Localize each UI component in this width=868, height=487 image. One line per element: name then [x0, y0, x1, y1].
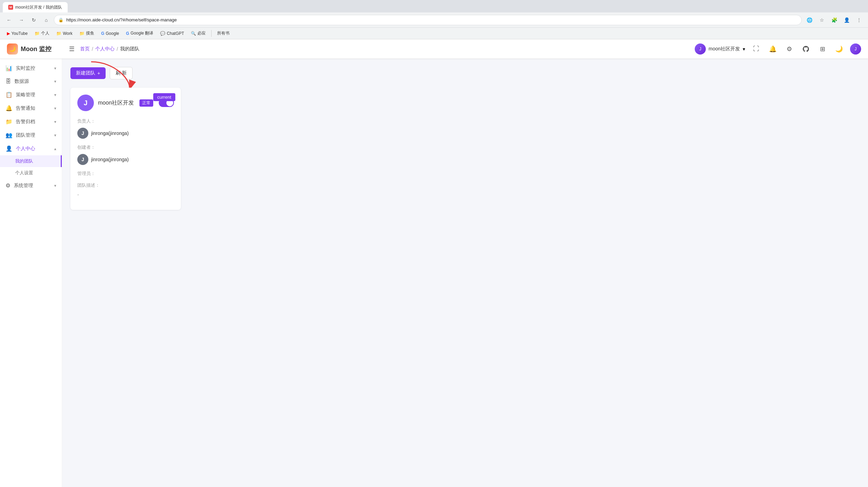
fullscreen-button[interactable]: ⛶: [751, 43, 762, 55]
logo-icon: 🌙: [7, 43, 18, 55]
forward-button[interactable]: →: [17, 15, 26, 25]
sidebar-sub-item-personal-settings[interactable]: 个人设置: [0, 167, 62, 179]
arrow-icon: ▾: [54, 92, 56, 97]
google-translate-icon: G: [126, 31, 129, 36]
all-bookmarks[interactable]: 所有书: [214, 29, 232, 38]
bell-icon: 🔔: [6, 105, 12, 111]
user-name: moon社区开发: [709, 46, 740, 52]
back-button[interactable]: ←: [4, 15, 14, 25]
creator-member: J jinronga(jinronga): [77, 154, 174, 165]
breadcrumb-current: 我的团队: [120, 46, 139, 52]
creator-avatar-placeholder: J: [77, 154, 88, 165]
owner-section: 负责人： J jinronga(jinronga): [77, 118, 174, 139]
system-icon: ⚙: [6, 182, 10, 189]
address-bar[interactable]: 🔒 https://moon.aide-cloud.cn/?#/home/sel…: [54, 15, 802, 25]
bookmark-personal[interactable]: 📁 个人: [32, 29, 52, 38]
arrow-icon: ▾: [54, 133, 56, 138]
sidebar-item-team-mgmt[interactable]: 👥 团队管理 ▾: [0, 128, 62, 142]
sidebar-sub-item-my-team[interactable]: 我的团队: [0, 155, 62, 167]
profile-button[interactable]: 👤: [842, 15, 851, 25]
menu-button[interactable]: ⋮: [854, 15, 864, 25]
header-right: J moon社区开发 ▾ ⛶ 🔔 ⚙ ⊞ 🌙 J: [695, 43, 861, 55]
search-icon: 🔍: [191, 31, 196, 36]
browser-toolbar: ← → ↻ ⌂ 🔒 https://moon.aide-cloud.cn/?#/…: [0, 12, 868, 28]
arrow-icon: ▾: [54, 183, 56, 188]
bookmark-tanyu[interactable]: 📁 摸鱼: [77, 29, 97, 38]
create-team-button[interactable]: 新建团队 +: [70, 67, 106, 79]
app-title: Moon 监控: [21, 45, 51, 53]
team-avatar-placeholder: J: [77, 95, 94, 111]
main-content: 新建团队 + 刷 新: [62, 59, 868, 487]
all-tabs-label: 所有书: [217, 30, 230, 36]
folder-icon-tanyu: 📁: [79, 31, 85, 36]
sidebar-item-strategy[interactable]: 📋 策略管理 ▾: [0, 88, 62, 101]
active-tab[interactable]: M moon社区开发 / 我的团队: [3, 2, 68, 12]
breadcrumb-sep-2: /: [117, 46, 118, 52]
home-button[interactable]: ⌂: [41, 15, 51, 25]
datasource-icon: 🗄: [6, 78, 11, 85]
sidebar-item-alert-notify[interactable]: 🔔 告警通知 ▾: [0, 101, 62, 115]
current-badge: current: [153, 93, 175, 101]
sidebar-sub-label-personal-settings: 个人设置: [15, 170, 33, 176]
theme-button[interactable]: 🌙: [833, 43, 845, 55]
user-info[interactable]: J moon社区开发 ▾: [695, 43, 745, 55]
bookmark-google-translate[interactable]: G Google 翻译: [123, 29, 156, 38]
arrow-icon: ▾: [54, 106, 56, 111]
app-header: 🌙 Moon 监控 ☰ 首页 / 个人中心 / 我的团队 J moon社区开发 …: [0, 39, 868, 59]
team-avatar: J: [77, 95, 94, 111]
bookmark-youtube[interactable]: ▶ YouTube: [4, 30, 30, 37]
url-text: https://moon.aide-cloud.cn/?#/home/self/…: [66, 17, 797, 22]
tab-title: moon社区开发 / 我的团队: [15, 4, 62, 10]
bookmark-chatgpt[interactable]: 💬 ChatGPT: [157, 30, 187, 37]
settings-button[interactable]: ⚙: [784, 43, 795, 55]
layers-button[interactable]: ⊞: [817, 43, 828, 55]
chatgpt-icon: 💬: [160, 31, 165, 36]
sidebar-item-personal-center[interactable]: 👤 个人中心 ▴: [0, 142, 62, 155]
refresh-button[interactable]: 刷 新: [110, 67, 133, 79]
sidebar-item-realtime[interactable]: 📊 实时监控 ▾: [0, 61, 62, 75]
team-card: J moon社区开发 正常 current 负责人： J: [70, 88, 181, 210]
bookmark-chatgpt-label: ChatGPT: [167, 31, 184, 36]
create-plus-icon: +: [97, 70, 100, 76]
breadcrumb-sep-1: /: [92, 46, 93, 52]
main-layout: 📊 实时监控 ▾ 🗄 数据源 ▾ 📋 策略管理 ▾ 🔔 告警通知 ▾ 📁: [0, 59, 868, 487]
translate-button[interactable]: 🌐: [804, 15, 814, 25]
team-card-wrapper: J moon社区开发 正常 current 负责人： J: [70, 88, 181, 210]
bookmark-biyao[interactable]: 🔍 必应: [188, 29, 208, 38]
sidebar-item-datasource[interactable]: 🗄 数据源 ▾: [0, 75, 62, 88]
folder-icon: 📁: [35, 31, 40, 36]
notification-button[interactable]: 🔔: [767, 43, 778, 55]
creator-name: jinronga(jinronga): [91, 157, 129, 162]
owner-name: jinronga(jinronga): [91, 130, 129, 136]
sidebar-sub-label-my-team: 我的团队: [15, 158, 33, 164]
breadcrumb-personal[interactable]: 个人中心: [95, 46, 115, 52]
github-button[interactable]: [800, 43, 811, 55]
bookmark-work[interactable]: 📁 Work: [53, 30, 75, 37]
desc-section: 团队描述： -: [77, 182, 174, 197]
bookmark-google[interactable]: G Google: [98, 30, 122, 37]
breadcrumb-home[interactable]: 首页: [80, 46, 90, 52]
sidebar-item-system-mgmt[interactable]: ⚙ 系统管理 ▾: [0, 179, 62, 192]
owner-avatar-placeholder: J: [77, 128, 88, 139]
youtube-icon: ▶: [7, 31, 10, 36]
sidebar-label-system-mgmt: 系统管理: [14, 183, 51, 189]
archive-icon: 📁: [6, 118, 12, 125]
sidebar-label-alert-notify: 告警通知: [16, 105, 51, 111]
sidebar-label-personal-center: 个人中心: [16, 146, 51, 152]
bookmark-personal-label: 个人: [41, 30, 49, 36]
owner-member: J jinronga(jinronga): [77, 128, 174, 139]
user-dropdown-icon: ▾: [743, 46, 745, 52]
browser-tabs: M moon社区开发 / 我的团队: [0, 0, 868, 12]
bookmark-biyao-label: 必应: [197, 30, 206, 36]
sidebar-item-alert-archive[interactable]: 📁 告警归档 ▾: [0, 115, 62, 128]
reload-button[interactable]: ↻: [29, 15, 39, 25]
strategy-icon: 📋: [6, 91, 12, 98]
bookmark-button[interactable]: ☆: [817, 15, 827, 25]
header-user-avatar[interactable]: J: [850, 43, 861, 55]
sidebar-label-team-mgmt: 团队管理: [16, 132, 51, 138]
bookmark-work-label: Work: [63, 31, 72, 36]
user-avatar: J: [695, 43, 706, 55]
extensions-button[interactable]: 🧩: [829, 15, 839, 25]
sidebar-toggle-button[interactable]: ☰: [69, 45, 75, 53]
sidebar: 📊 实时监控 ▾ 🗄 数据源 ▾ 📋 策略管理 ▾ 🔔 告警通知 ▾ 📁: [0, 59, 62, 487]
